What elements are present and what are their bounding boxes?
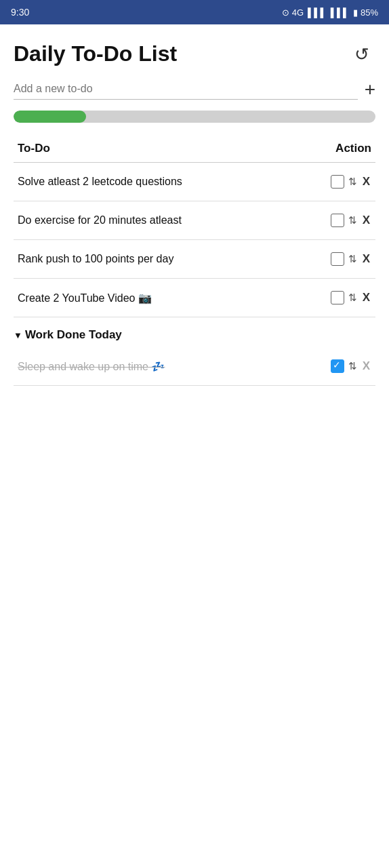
table-row: Solve atleast 2 leetcode questions ⇅ X <box>14 163 375 201</box>
done-checkbox[interactable] <box>331 359 344 373</box>
action-cell: ⇅ X <box>282 347 375 386</box>
progress-fill <box>14 111 86 123</box>
completed-table-wrap: Sleep and wake up on time 💤 ⇅ X <box>0 347 389 386</box>
delete-button[interactable]: X <box>361 252 371 266</box>
add-todo-button[interactable]: + <box>365 80 375 99</box>
col-header-action: Action <box>289 135 375 163</box>
battery-icon: ▮ 85% <box>353 7 378 18</box>
status-time: 9:30 <box>11 7 29 18</box>
reset-icon: ↺ <box>354 44 369 65</box>
delete-button[interactable]: X <box>361 175 371 189</box>
todo-checkbox[interactable] <box>331 214 344 227</box>
table-row: Rank push to 100 points per day ⇅ X <box>14 240 375 279</box>
completed-todo-text: Sleep and wake up on time 💤 <box>18 361 165 372</box>
done-text-cell: Sleep and wake up on time 💤 <box>14 347 282 386</box>
work-done-section-header[interactable]: ▼ Work Done Today <box>0 317 389 347</box>
action-cell: ⇅ X <box>289 240 375 279</box>
action-cell: ⇅ X <box>289 163 375 201</box>
work-done-chevron: ▼ <box>14 330 22 340</box>
signal-icon: ▌▌▌ <box>308 7 327 18</box>
completed-table: Sleep and wake up on time 💤 ⇅ X <box>14 347 375 386</box>
delete-button[interactable]: X <box>361 291 371 304</box>
table-row: Do exercise for 20 minutes atleast ⇅ X <box>14 201 375 240</box>
progress-track <box>14 111 375 123</box>
todo-checkbox[interactable] <box>331 252 344 266</box>
status-indicators: ⊙ 4G ▌▌▌ ▌▌▌ ▮ 85% <box>282 7 378 18</box>
table-row: Sleep and wake up on time 💤 ⇅ X <box>14 347 375 386</box>
todo-checkbox[interactable] <box>331 291 344 304</box>
network-icon: ⊙ 4G <box>282 7 304 18</box>
sort-icon[interactable]: ⇅ <box>348 253 357 265</box>
action-cell: ⇅ X <box>289 201 375 240</box>
todo-table-wrap: To-Do Action Solve atleast 2 leetcode qu… <box>0 135 389 317</box>
todo-text-cell: Create 2 YouTube Video 📷 <box>14 279 289 317</box>
delete-button[interactable]: X <box>361 214 371 227</box>
todo-text-cell: Do exercise for 20 minutes atleast <box>14 201 289 240</box>
sort-icon[interactable]: ⇅ <box>348 292 357 304</box>
todo-text-cell: Solve atleast 2 leetcode questions <box>14 163 289 201</box>
status-bar: 9:30 ⊙ 4G ▌▌▌ ▌▌▌ ▮ 85% <box>0 0 389 24</box>
action-cell: ⇅ X <box>289 279 375 317</box>
header: Daily To-Do List ↺ <box>0 24 389 79</box>
progress-bar-container <box>0 111 389 123</box>
signal2-icon: ▌▌▌ <box>331 7 350 18</box>
reset-button[interactable]: ↺ <box>348 41 375 68</box>
page-title: Daily To-Do List <box>14 42 177 66</box>
sort-icon[interactable]: ⇅ <box>348 176 357 188</box>
work-done-label: Work Done Today <box>25 328 122 342</box>
todo-checkbox[interactable] <box>331 175 344 189</box>
todo-table: To-Do Action Solve atleast 2 leetcode qu… <box>14 135 375 317</box>
todo-text-cell: Rank push to 100 points per day <box>14 240 289 279</box>
table-row: Create 2 YouTube Video 📷 ⇅ X <box>14 279 375 317</box>
col-header-todo: To-Do <box>14 135 289 163</box>
delete-button[interactable]: X <box>361 359 371 373</box>
add-todo-area: + <box>0 79 389 100</box>
sort-icon[interactable]: ⇅ <box>348 214 357 226</box>
add-todo-input[interactable] <box>14 79 358 100</box>
sort-icon[interactable]: ⇅ <box>348 360 357 372</box>
